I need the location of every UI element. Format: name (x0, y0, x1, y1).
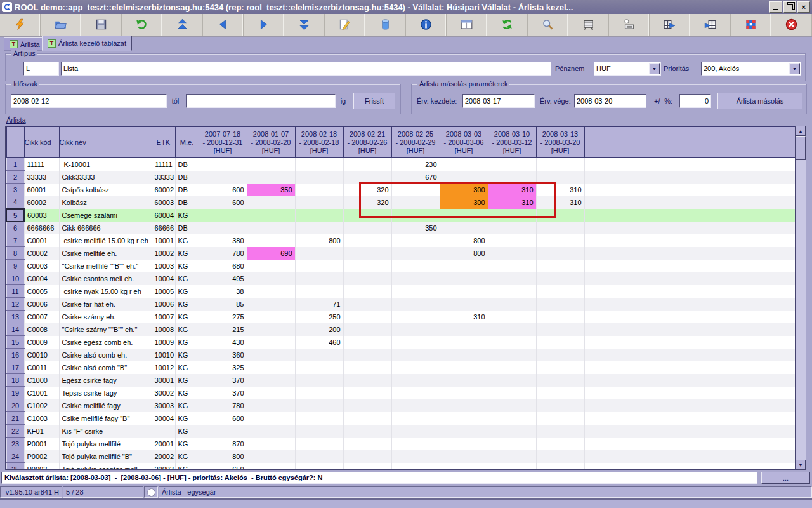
cell-price[interactable] (536, 387, 584, 399)
cell-price[interactable] (343, 412, 391, 425)
cell-cikk-kod[interactable]: P0001 (24, 438, 59, 450)
cell-cikk-kod[interactable]: C0006 (24, 298, 59, 311)
cell-price[interactable]: 350 (247, 184, 295, 196)
cell-price[interactable] (536, 247, 584, 260)
cell-cikk-nev[interactable]: Egész csirke fagy (59, 374, 152, 387)
cell-price[interactable] (247, 158, 295, 171)
cell-etk[interactable]: 30004 (152, 412, 175, 425)
cell-price[interactable] (343, 323, 391, 336)
cell-cikk-kod[interactable]: C1001 (24, 387, 59, 399)
row-number[interactable]: 9 (6, 260, 24, 272)
cell-etk[interactable]: 10008 (152, 323, 175, 336)
cell-price[interactable] (391, 234, 440, 247)
cell-price[interactable] (440, 336, 488, 349)
cell-filler[interactable] (584, 361, 796, 374)
cell-cikk-kod[interactable]: C0010 (24, 349, 59, 361)
cell-price[interactable] (440, 412, 488, 425)
cell-price[interactable]: 370 (199, 387, 247, 399)
cell-cikk-nev[interactable]: Tojó pulyka mellfilé "B" (59, 450, 152, 463)
cell-price[interactable] (391, 425, 440, 438)
artipus-code-input[interactable] (23, 62, 59, 76)
cell-cikk-nev[interactable]: "Csirke szárny ""B"" eh." (59, 323, 152, 336)
cell-price[interactable]: 275 (199, 311, 247, 323)
more-button[interactable]: ... (761, 472, 810, 484)
cell-price[interactable]: 680 (199, 260, 247, 272)
cell-me[interactable]: KG (175, 349, 199, 361)
cell-filler[interactable] (584, 285, 796, 298)
cell-price[interactable]: 360 (199, 349, 247, 361)
cell-cikk-kod[interactable]: 11111 (24, 158, 59, 171)
cell-price[interactable] (247, 285, 295, 298)
cell-price[interactable] (488, 247, 536, 260)
column-header-cikk-nev[interactable]: Cikk név (59, 127, 152, 158)
cell-price[interactable]: 430 (199, 336, 247, 349)
cell-price[interactable] (343, 336, 391, 349)
cell-cikk-nev[interactable]: Csirke mellfilé fagy (59, 399, 152, 412)
cell-price[interactable] (343, 171, 391, 184)
cell-price[interactable] (536, 272, 584, 285)
cell-price[interactable]: 650 (199, 463, 247, 471)
cell-price[interactable] (488, 374, 536, 387)
cell-filler[interactable] (584, 260, 796, 272)
toolbar-open-folder-button[interactable] (41, 14, 81, 36)
cell-price[interactable] (391, 349, 440, 361)
cell-price[interactable] (247, 399, 295, 412)
cell-price[interactable] (199, 209, 247, 222)
cell-cikk-nev[interactable]: Tepsis csirke fagy (59, 387, 152, 399)
cell-me[interactable]: KG (175, 260, 199, 272)
cell-cikk-kod[interactable]: P0003 (24, 463, 59, 471)
cell-price[interactable] (295, 374, 343, 387)
cell-cikk-nev[interactable]: Kolbász (59, 196, 152, 209)
cell-cikk-kod[interactable]: C0011 (24, 361, 59, 374)
cell-price[interactable] (488, 311, 536, 323)
cell-price[interactable] (440, 209, 488, 222)
cell-price[interactable] (295, 196, 343, 209)
cell-price[interactable] (488, 285, 536, 298)
column-header-period[interactable]: 2007-07-18- 2008-12-31[HUF] (199, 127, 247, 158)
cell-price[interactable] (440, 387, 488, 399)
cell-price[interactable]: 690 (247, 247, 295, 260)
row-number[interactable]: 1 (6, 158, 24, 171)
cell-etk[interactable]: 10009 (152, 336, 175, 349)
cell-price[interactable] (343, 374, 391, 387)
cell-cikk-nev[interactable]: Csirke mellfilé eh. (59, 247, 152, 260)
row-number[interactable]: 25 (6, 463, 24, 471)
column-header-filler[interactable] (584, 127, 796, 158)
cell-me[interactable]: DB (175, 222, 199, 234)
cell-price[interactable]: 300 (440, 196, 488, 209)
cell-price[interactable] (391, 336, 440, 349)
row-number[interactable]: 6 (6, 222, 24, 234)
cell-me[interactable]: KG (175, 463, 199, 471)
cell-cikk-kod[interactable]: C0003 (24, 260, 59, 272)
cell-filler[interactable] (584, 399, 796, 412)
cell-price[interactable] (391, 298, 440, 311)
cell-price[interactable]: 600 (199, 184, 247, 196)
cell-price[interactable] (295, 272, 343, 285)
erv-kezdete-input[interactable] (462, 94, 535, 108)
cell-price[interactable]: 800 (199, 450, 247, 463)
cell-price[interactable] (295, 222, 343, 234)
cell-price[interactable] (391, 272, 440, 285)
cell-price[interactable] (295, 387, 343, 399)
cell-price[interactable] (391, 361, 440, 374)
cell-price[interactable] (343, 298, 391, 311)
cell-price[interactable] (295, 209, 343, 222)
cell-filler[interactable] (584, 450, 796, 463)
cell-price[interactable] (536, 349, 584, 361)
cell-me[interactable]: KG (175, 438, 199, 450)
cell-price[interactable] (536, 361, 584, 374)
cell-cikk-kod[interactable]: C0005 (24, 285, 59, 298)
cell-etk[interactable]: 30003 (152, 399, 175, 412)
cell-cikk-kod[interactable]: 33333 (24, 171, 59, 184)
cell-cikk-nev[interactable]: "Csirke mellfilé ""B"" eh." (59, 260, 152, 272)
chevron-down-icon[interactable]: ▼ (789, 63, 800, 74)
cell-price[interactable] (488, 323, 536, 336)
cell-filler[interactable] (584, 234, 796, 247)
cell-price[interactable] (295, 285, 343, 298)
row-number[interactable]: 7 (6, 234, 24, 247)
cell-etk[interactable]: 10001 (152, 234, 175, 247)
cell-filler[interactable] (584, 272, 796, 285)
idoszak-to-input[interactable] (186, 94, 336, 108)
cell-cikk-kod[interactable]: 60003 (24, 209, 59, 222)
cell-price[interactable] (391, 438, 440, 450)
